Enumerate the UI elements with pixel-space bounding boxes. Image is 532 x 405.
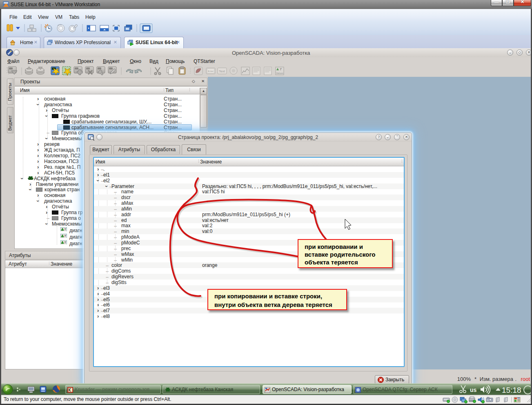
svg-text:Values: Values [276,72,283,74]
svg-text:us: us [470,387,477,393]
svg-text:Values: Values [61,231,67,231]
svg-text:Values: Values [61,244,67,244]
svg-text:Enter: Enter [208,70,214,72]
svg-text:Text: Text [219,69,225,73]
svg-text:15:18: 15:18 [502,386,521,394]
svg-text:Values: Values [61,237,67,238]
